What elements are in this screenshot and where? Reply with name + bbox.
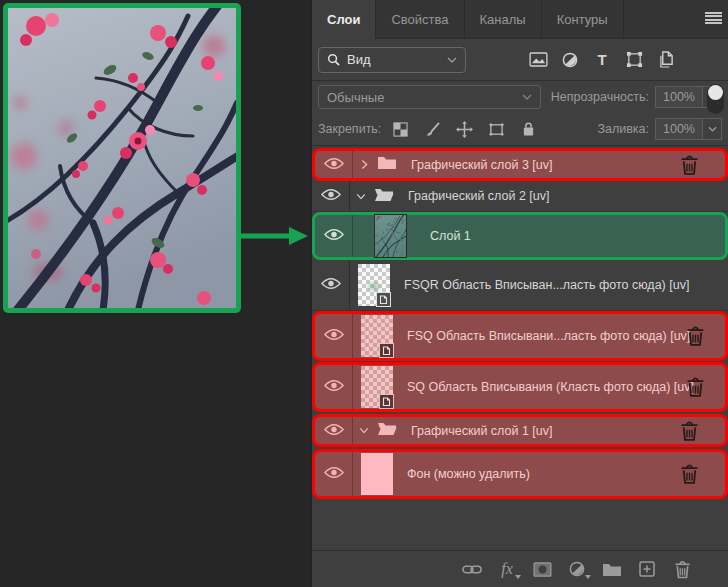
- filter-kind-select[interactable]: Вид: [318, 47, 466, 73]
- layer-thumbnail[interactable]: [375, 215, 406, 257]
- chevron-down-icon[interactable]: [356, 193, 366, 200]
- panel-tabbar: Слои Свойства Каналы Контуры: [312, 0, 728, 39]
- filter-pixel-layers-icon[interactable]: [528, 50, 548, 70]
- filter-toggle-knob: [708, 85, 723, 100]
- eye-icon[interactable]: [324, 227, 344, 245]
- layer-row-fsqr[interactable]: FSQR Область Вписыван...ласть фото сюда)…: [312, 260, 728, 311]
- tab-channels-label: Каналы: [480, 12, 526, 27]
- lock-icons: [391, 120, 537, 138]
- smart-object-badge-icon: [376, 292, 391, 307]
- layer-name[interactable]: FSQR Область Вписыван...ласть фото сюда)…: [404, 278, 689, 292]
- tab-layers-label: Слои: [327, 12, 360, 27]
- blend-row: Обычные Непрозрачность: 100%: [312, 81, 728, 113]
- folder-open-icon: [377, 421, 397, 440]
- smart-object-badge-icon: [379, 343, 394, 358]
- filter-adjustment-layers-icon[interactable]: [560, 50, 580, 70]
- layer-row-fsq[interactable]: FSQ Область Вписывани...ласть фото сюда)…: [312, 311, 728, 361]
- eye-icon[interactable]: [324, 465, 344, 483]
- tab-properties-label: Свойства: [391, 12, 448, 27]
- lock-label: Закрепить:: [318, 122, 381, 136]
- new-group-icon[interactable]: [602, 559, 622, 579]
- layer-name[interactable]: FSQ Область Вписывани...ласть фото сюда)…: [407, 329, 690, 343]
- lock-position-icon[interactable]: [455, 120, 473, 138]
- layer-thumbnail[interactable]: [358, 264, 390, 306]
- filter-smart-object-icon[interactable]: [656, 50, 676, 70]
- chevron-down-icon: [447, 57, 457, 63]
- layer-row-group2[interactable]: Графический слой 2 [uv]: [312, 181, 728, 212]
- layers-list: Графический слой 3 [uv] Графический слой…: [312, 146, 728, 552]
- new-layer-icon[interactable]: [637, 559, 657, 579]
- filter-type-icons: T: [528, 50, 676, 70]
- opacity-label: Непрозрачность:: [551, 90, 649, 104]
- fill-label: Заливка:: [597, 122, 649, 136]
- lock-transparency-icon[interactable]: [391, 120, 409, 138]
- layer-thumbnail[interactable]: [361, 315, 393, 357]
- fill-input[interactable]: 100%: [655, 118, 703, 140]
- lock-pixels-icon[interactable]: [423, 120, 441, 138]
- eye-icon[interactable]: [324, 327, 344, 345]
- tab-properties[interactable]: Свойства: [376, 0, 464, 38]
- adjustment-layer-icon[interactable]: [567, 559, 587, 579]
- layer-row-sq[interactable]: SQ Область Вписывания (Класть фото сюда)…: [312, 362, 728, 412]
- layer-row-group3[interactable]: Графический слой 3 [uv]: [312, 148, 728, 181]
- layers-panel: Слои Свойства Каналы Контуры Вид T: [310, 0, 728, 587]
- panel-menu-icon[interactable]: [705, 12, 722, 24]
- eye-icon[interactable]: [321, 187, 341, 205]
- layer-thumbnail[interactable]: [361, 453, 393, 495]
- folder-closed-icon: [377, 155, 397, 174]
- trash-icon[interactable]: [686, 326, 705, 347]
- fx-label: fx: [501, 560, 513, 578]
- annotated-photo-preview: [3, 3, 241, 313]
- tab-channels[interactable]: Каналы: [465, 0, 542, 38]
- layer-name[interactable]: SQ Область Вписывания (Класть фото сюда)…: [407, 380, 694, 394]
- layer-row-group1[interactable]: Графический слой 1 [uv]: [312, 414, 728, 447]
- trash-icon[interactable]: [680, 464, 699, 485]
- layer-name[interactable]: Графический слой 1 [uv]: [411, 424, 553, 438]
- lock-row: Закрепить: Заливка: 100%: [312, 113, 728, 146]
- trash-icon[interactable]: [680, 154, 699, 175]
- filter-shape-layers-icon[interactable]: [624, 50, 644, 70]
- tab-layers[interactable]: Слои: [312, 0, 376, 39]
- smart-object-badge-icon: [379, 394, 394, 409]
- eye-icon[interactable]: [324, 422, 344, 440]
- chevron-down-icon: [522, 94, 532, 100]
- link-layers-icon[interactable]: [462, 559, 482, 579]
- delete-layer-icon[interactable]: [672, 559, 692, 579]
- layer-thumbnail[interactable]: [361, 366, 393, 408]
- blend-mode-select[interactable]: Обычные: [318, 85, 541, 109]
- layer-name[interactable]: Графический слой 2 [uv]: [408, 189, 550, 203]
- filter-row: Вид T: [312, 39, 728, 81]
- blend-mode-value: Обычные: [327, 90, 384, 105]
- layer-name[interactable]: Слой 1: [430, 229, 471, 243]
- photoshop-layers-screenshot: Слои Свойства Каналы Контуры Вид T: [0, 0, 728, 587]
- layer-row-layer1-selected[interactable]: Слой 1: [312, 212, 728, 260]
- thumbnail-content: [365, 280, 383, 293]
- chevron-down-icon[interactable]: [359, 427, 369, 434]
- search-icon: [327, 53, 340, 66]
- filter-type-layers-icon[interactable]: T: [592, 50, 612, 70]
- chevron-right-icon[interactable]: [359, 159, 369, 170]
- fill-dropdown-icon[interactable]: [703, 118, 722, 140]
- eye-icon[interactable]: [321, 276, 341, 294]
- fill-value: 100%: [663, 122, 695, 136]
- lock-artboard-icon[interactable]: [487, 120, 505, 138]
- type-filter-label: T: [597, 51, 606, 68]
- filter-kind-value: Вид: [347, 52, 371, 67]
- trash-icon[interactable]: [680, 420, 699, 441]
- add-layer-mask-icon[interactable]: [532, 559, 552, 579]
- opacity-input[interactable]: 100%: [655, 86, 703, 108]
- filter-toggle-switch[interactable]: [707, 84, 724, 114]
- eye-icon[interactable]: [324, 156, 344, 174]
- tab-paths-label: Контуры: [557, 12, 608, 27]
- eye-icon[interactable]: [324, 378, 344, 396]
- layer-name[interactable]: Графический слой 3 [uv]: [411, 158, 553, 172]
- flower-photo: [8, 8, 236, 308]
- folder-open-icon: [374, 187, 394, 206]
- layers-bottom-toolbar: fx: [312, 550, 728, 587]
- trash-icon[interactable]: [686, 377, 705, 398]
- layer-name[interactable]: Фон (можно удалить): [407, 467, 530, 481]
- lock-all-icon[interactable]: [519, 120, 537, 138]
- layer-row-background[interactable]: Фон (можно удалить): [312, 449, 728, 499]
- layer-style-fx-icon[interactable]: fx: [497, 559, 517, 579]
- tab-paths[interactable]: Контуры: [542, 0, 624, 38]
